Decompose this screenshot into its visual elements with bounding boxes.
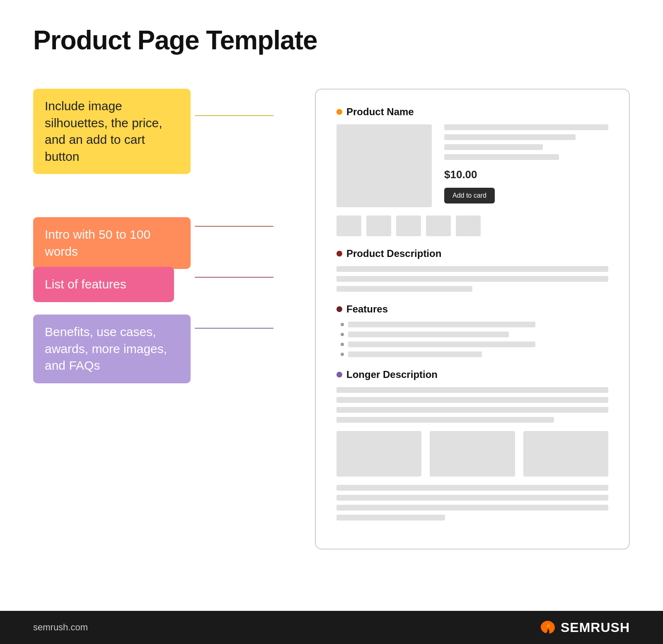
page-title: Product Page Template (33, 25, 630, 56)
label-box-features: List of features (33, 267, 174, 302)
label-box-intro: Intro with 50 to 100 words (33, 217, 191, 269)
bottom-lines (336, 485, 608, 521)
thumb-1 (336, 215, 361, 236)
thumb-4 (426, 215, 451, 236)
desc-line-3 (336, 286, 472, 292)
footer-url: semrush.com (33, 622, 88, 633)
bullet-3 (341, 343, 344, 346)
detail-line-2 (444, 134, 576, 140)
feature-line-3 (348, 341, 535, 347)
labels-column: Include image silhouettes, the price, an… (33, 89, 224, 404)
product-mockup: Product Name $10.00 Add to card (273, 89, 630, 550)
dot-product-name (336, 109, 342, 115)
product-hero: $10.00 Add to card (336, 124, 608, 207)
feature-line-1 (348, 322, 535, 327)
mock-longer-desc-section: Longer Description (336, 369, 608, 521)
desc-line-1 (336, 266, 608, 272)
product-details: $10.00 Add to card (444, 124, 608, 207)
product-name-label: Product Name (346, 106, 414, 118)
bottom-line-1 (336, 485, 608, 491)
features-list (336, 322, 608, 357)
features-label: Features (346, 303, 388, 315)
grid-img-2 (430, 431, 515, 477)
longer-desc-label: Longer Description (346, 369, 438, 380)
feature-line-4 (348, 351, 482, 357)
longer-line-2 (336, 397, 608, 403)
grid-img-3 (523, 431, 608, 477)
longer-line-1 (336, 387, 608, 393)
detail-line-3 (444, 144, 543, 150)
semrush-logo: SEMRUSH (539, 620, 630, 635)
desc-line-2 (336, 276, 608, 282)
price-display: $10.00 (444, 168, 608, 181)
detail-line-4 (444, 154, 559, 160)
footer: semrush.com SEMRUSH (0, 611, 663, 644)
feature-line-2 (348, 332, 509, 337)
label-benefits: Benefits, use cases, awards, more images… (33, 315, 191, 383)
label-image: Include image silhouettes, the price, an… (33, 89, 191, 174)
bottom-line-3 (336, 505, 608, 511)
thumb-2 (366, 215, 391, 236)
description-label: Product Description (346, 248, 441, 259)
thumb-3 (396, 215, 421, 236)
longer-line-3 (336, 407, 608, 413)
label-box-benefits: Benefits, use cases, awards, more images… (33, 315, 191, 383)
mock-features-section: Features (336, 303, 608, 357)
feature-item-3 (341, 341, 608, 347)
bullet-2 (341, 333, 344, 336)
longer-line-4 (336, 417, 554, 423)
longer-desc-lines (336, 387, 608, 423)
description-lines (336, 266, 608, 292)
semrush-brand-name: SEMRUSH (561, 620, 630, 635)
product-page-frame: Product Name $10.00 Add to card (315, 89, 630, 550)
bullet-1 (341, 323, 344, 326)
longer-image-grid (336, 431, 608, 477)
feature-item-4 (341, 351, 608, 357)
thumbnail-row (336, 215, 608, 236)
thumb-5 (456, 215, 481, 236)
mock-description-section: Product Description (336, 248, 608, 292)
feature-item-1 (341, 322, 608, 327)
label-features: List of features (33, 267, 174, 302)
semrush-icon (539, 620, 557, 635)
product-image-placeholder (336, 124, 432, 207)
label-intro: Intro with 50 to 100 words (33, 217, 191, 269)
detail-line-1 (444, 124, 608, 130)
bottom-line-2 (336, 495, 608, 501)
bullet-4 (341, 353, 344, 356)
feature-item-2 (341, 332, 608, 337)
add-to-cart-button[interactable]: Add to card (444, 188, 495, 203)
bottom-line-4 (336, 515, 445, 521)
dot-description (336, 251, 342, 257)
dot-longer-desc (336, 372, 342, 378)
dot-features (336, 306, 342, 312)
mock-product-name-section: Product Name $10.00 Add to card (336, 106, 608, 236)
label-box-image: Include image silhouettes, the price, an… (33, 89, 191, 174)
grid-img-1 (336, 431, 421, 477)
